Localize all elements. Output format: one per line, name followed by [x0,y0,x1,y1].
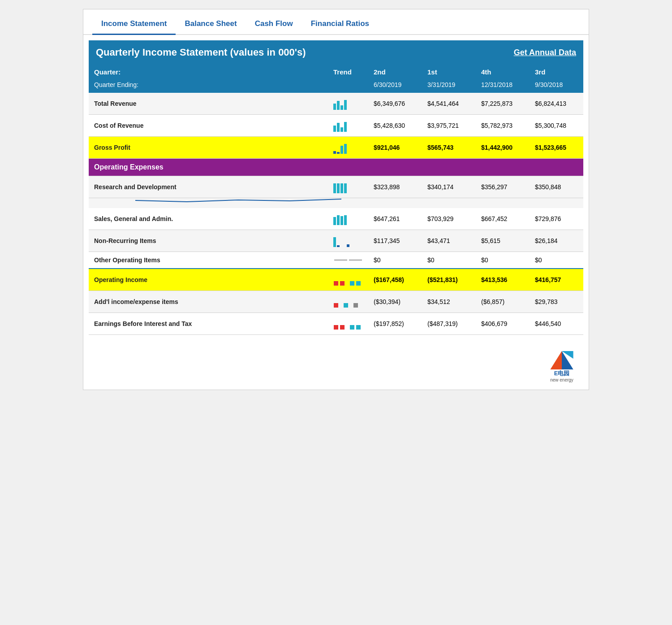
q4-addl: ($6,857) [476,291,530,312]
q2-rd: $323,898 [368,176,422,198]
trend-cell-sga [328,208,368,230]
sq1 [334,325,338,330]
row-label-nri: Non-Recurring Items [89,230,328,252]
row-label-cost-revenue: Cost of Revenue [89,115,328,136]
q1-gross-profit: $565,743 [422,137,476,158]
q1-rd: $340,174 [422,176,476,198]
bar1 [333,104,336,110]
bar3 [347,244,349,247]
table-title: Quarterly Income Statement (values in 00… [96,47,306,58]
bar4 [344,122,347,132]
logo-subtitle: new energy [550,378,573,382]
trend-cell-ebit [328,313,368,334]
sq4 [356,281,361,286]
q4-ooi: $0 [476,252,530,268]
section-header-operating-expenses: Operating Expenses [89,159,169,176]
q2-total-revenue: $6,349,676 [368,93,422,114]
tab-income-statement[interactable]: Income Statement [92,15,176,35]
quarter-ending-label: Quarter Ending: [89,79,328,93]
q4-nri: $5,615 [476,230,530,252]
q1-header: 1st [422,65,476,79]
trend-icon-operating-income [333,273,361,286]
row-label-gross-profit: Gross Profit [89,137,328,158]
trend-header: Trend [328,65,368,79]
table-row: Non-Recurring Items $117,345 $43,471 $5,… [89,230,583,252]
table-row: Cost of Revenue $5,428,630 $3,975,721 $5… [89,115,583,137]
get-annual-link[interactable]: Get Annual Data [514,48,576,57]
q1-cost-revenue: $3,975,721 [422,115,476,136]
bar1 [333,151,336,154]
bar1 [333,183,336,193]
q1-operating-income: ($521,831) [422,269,476,291]
bar3 [340,216,343,225]
row-label-operating-income: Operating Income [89,269,328,291]
logo-area: E电园 new energy [83,344,589,390]
trend-icon-rd [333,181,347,193]
trend-icon-addl [333,295,358,308]
sq3 [350,325,354,330]
row-label-ebit: Earnings Before Interest and Tax [89,313,328,334]
row-label-total-revenue: Total Revenue [89,93,328,114]
q4-date: 12/31/2018 [476,79,530,93]
bar2 [337,245,340,247]
q3-sga: $729,876 [530,208,583,230]
bar4 [344,144,347,154]
table-row: Other Operating Items $0 $0 $0 $0 [89,252,583,269]
bar2 [337,123,340,132]
q2-date: 6/30/2019 [368,79,422,93]
q3-addl: $29,783 [530,291,583,312]
sq3 [350,281,354,286]
trend-cell-gross-profit [328,137,368,158]
tab-bar: Income Statement Balance Sheet Cash Flow… [83,9,589,35]
section-header-cell: Operating Expenses [89,159,583,176]
sq2 [344,303,348,308]
row-label-addl: Add'l income/expense items [89,291,328,312]
trend-icon-cost-revenue [333,119,347,132]
bar4 [344,100,347,110]
q3-ooi: $0 [530,252,583,268]
table-row-operating-income: Operating Income ($167,458) ($521,831) $… [89,269,583,291]
trend-icon-sga [333,213,347,225]
trend-cell-rd [328,176,368,198]
table-header: Quarterly Income Statement (values in 00… [89,40,583,65]
flat-line-icon2 [349,260,362,260]
sparkline-cell [89,198,583,208]
tab-balance-sheet[interactable]: Balance Sheet [176,15,246,35]
bar2 [337,101,340,110]
trend-cell-cost-revenue [328,115,368,136]
row-label-ooi: Other Operating Items [89,252,328,268]
q2-sga: $647,261 [368,208,422,230]
bar4 [344,183,347,193]
tab-cash-flow[interactable]: Cash Flow [246,15,302,35]
main-container: Income Statement Balance Sheet Cash Flow… [83,9,589,390]
q2-nri: $117,345 [368,230,422,252]
q1-ooi: $0 [422,252,476,268]
table-row: Sales, General and Admin. $647,261 $703,… [89,208,583,230]
flat-line-icon [334,260,347,260]
logo-brand: E电园 [554,369,570,378]
quarter-label: Quarter: [89,65,328,79]
q1-ebit: ($487,319) [422,313,476,334]
table-container: Quarterly Income Statement (values in 00… [83,35,589,344]
bar1 [333,237,336,247]
bar1 [333,126,336,132]
q3-header: 3rd [530,65,583,79]
sparkline-row [89,198,583,208]
q1-nri: $43,471 [422,230,476,252]
trend-icon-nri [333,234,349,247]
q3-date: 9/30/2018 [530,79,583,93]
trend-cell-nri [328,230,368,252]
table-row-gross-profit: Gross Profit $921,046 $565,743 $1,442,90… [89,137,583,159]
sq1 [334,303,338,308]
q1-addl: $34,512 [422,291,476,312]
tab-financial-ratios[interactable]: Financial Ratios [302,15,378,35]
q2-operating-income: ($167,458) [368,269,422,291]
trend-cell-addl [328,291,368,312]
q4-gross-profit: $1,442,900 [476,137,530,158]
sq2 [340,281,345,286]
row-label-rd: Research and Development [89,176,328,198]
column-headers: Quarter: Trend 2nd 1st 4th 3rd [89,65,583,79]
q3-total-revenue: $6,824,413 [530,93,583,114]
q1-sga: $703,929 [422,208,476,230]
bar2 [337,215,340,225]
